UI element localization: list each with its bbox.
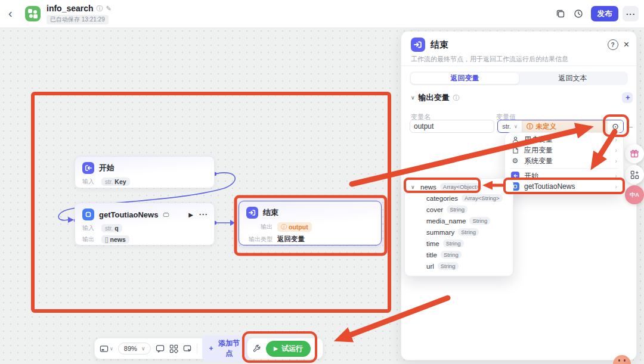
param-type: str. bbox=[105, 225, 113, 232]
add-node-label: 添加节点 bbox=[216, 338, 242, 359]
chevron-down-icon[interactable]: ∨ bbox=[411, 95, 415, 101]
help-icon[interactable]: ? bbox=[608, 39, 618, 50]
variable-name-input[interactable] bbox=[410, 120, 494, 133]
panel-title: 结束 bbox=[431, 39, 448, 51]
menu-item-start-node[interactable]: 开始 › bbox=[505, 170, 623, 181]
tree-item-title[interactable]: title String bbox=[405, 249, 513, 260]
tab-return-variable[interactable]: 返回变量 bbox=[411, 73, 519, 84]
comment-icon[interactable] bbox=[156, 344, 165, 353]
param-name: news bbox=[110, 236, 126, 243]
zoom-select[interactable]: 89% ∨ bbox=[118, 343, 151, 354]
plus-icon: + bbox=[209, 344, 213, 353]
history-clock-icon[interactable] bbox=[574, 9, 583, 18]
section-title: 输出变量 bbox=[419, 92, 450, 103]
output-label: 输出 bbox=[82, 235, 97, 244]
tree-item-cover[interactable]: cover String bbox=[405, 204, 513, 215]
gear-icon: ⚙ bbox=[511, 157, 519, 165]
start-node-icon bbox=[82, 162, 94, 174]
param-name: q bbox=[114, 225, 118, 232]
frame-select-icon[interactable] bbox=[183, 344, 192, 353]
run-toolbar: ▶ 试运行 bbox=[247, 338, 323, 359]
node-title: 开始 bbox=[99, 163, 114, 173]
menu-item-app-variable[interactable]: 应用变量 › bbox=[505, 145, 623, 155]
variable-type-tag: Array<String> bbox=[462, 194, 503, 202]
variable-type-tag: String bbox=[447, 206, 467, 213]
chevron-right-icon: › bbox=[615, 183, 617, 190]
gift-button[interactable] bbox=[625, 144, 644, 163]
start-node-icon bbox=[511, 172, 519, 180]
chevron-right-icon: › bbox=[615, 147, 617, 154]
param-badge: str. q bbox=[101, 224, 122, 232]
divider bbox=[510, 168, 618, 169]
tree-item-categories[interactable]: categories Array<String> bbox=[405, 192, 513, 204]
workflow-editor: ‹ info_search ⓘ ✎ 已自动保存 13:21:29 发布 ··· … bbox=[0, 0, 644, 364]
tree-item-news[interactable]: ∨ news Array<Object> bbox=[405, 181, 513, 192]
tree-item-url[interactable]: url String bbox=[405, 260, 513, 272]
add-node-button[interactable]: + 添加节点 bbox=[202, 335, 249, 362]
input-label: 输入 bbox=[82, 224, 97, 232]
output-type-value: 返回变量 bbox=[277, 235, 305, 244]
output-type-label: 输出类型 bbox=[246, 235, 273, 244]
menu-item-gettoutiaonews[interactable]: getToutiaoNews › bbox=[505, 181, 623, 192]
type-select[interactable]: str. ∨ bbox=[498, 120, 522, 132]
undefined-value-warning[interactable]: ⓘ 未定义 bbox=[522, 120, 608, 132]
tab-return-text[interactable]: 返回文本 bbox=[519, 73, 627, 84]
edit-icon[interactable]: ✎ bbox=[106, 5, 112, 13]
menu-item-system-variable[interactable]: ⚙ 系统变量 › bbox=[505, 155, 623, 166]
chevron-down-icon: ∨ bbox=[141, 346, 145, 351]
divider bbox=[401, 66, 636, 66]
node-start[interactable]: 开始 输入 str. Key bbox=[75, 156, 215, 188]
variable-tree-menu: ∨ news Array<Object> categories Array<St… bbox=[404, 178, 513, 276]
node-more-button[interactable]: ··· bbox=[199, 210, 208, 219]
variable-name: title bbox=[426, 251, 437, 259]
widgets-add-button[interactable] bbox=[625, 165, 644, 184]
variable-source-menu: 用户变量 › 应用变量 › ⚙ 系统变量 › 开始 › getT bbox=[504, 132, 624, 194]
translate-button[interactable]: 中A bbox=[625, 185, 644, 204]
remove-variable-button[interactable]: – bbox=[628, 122, 633, 131]
select-variable-button[interactable]: ⊙ bbox=[608, 120, 623, 132]
play-icon: ▶ bbox=[274, 346, 278, 351]
minimap-icon[interactable]: ∨ bbox=[100, 344, 113, 353]
publish-button[interactable]: 发布 bbox=[591, 6, 618, 21]
run-node-button[interactable]: ▶ bbox=[188, 211, 193, 218]
close-icon[interactable]: × bbox=[624, 39, 629, 50]
components-icon[interactable] bbox=[169, 344, 178, 353]
test-run-button[interactable]: ▶ 试运行 bbox=[266, 341, 311, 357]
more-button[interactable]: ··· bbox=[623, 6, 639, 21]
node-title: getToutiaoNews bbox=[99, 210, 158, 219]
end-node-icon bbox=[246, 207, 258, 219]
menu-item-label: 应用变量 bbox=[524, 145, 553, 155]
output-value: output bbox=[289, 223, 308, 231]
array-icon: [] bbox=[105, 237, 109, 243]
node-gettoutiaonews[interactable]: getToutiaoNews ▶ ··· 输入 str. q 输出 [] new… bbox=[75, 203, 215, 245]
canvas-toolbar: ∨ 89% ∨ + 添加节点 bbox=[94, 338, 254, 359]
divider bbox=[197, 344, 197, 353]
menu-item-user-variable[interactable]: 用户变量 › bbox=[505, 134, 623, 145]
node-end[interactable]: 结束 输出 ⓘ output 输出类型 返回变量 bbox=[239, 201, 382, 245]
variable-name: url bbox=[426, 263, 434, 270]
tree-item-summary[interactable]: summary String bbox=[405, 226, 513, 238]
variable-name: cover bbox=[426, 206, 443, 213]
variable-value-field: str. ∨ ⓘ 未定义 ⊙ bbox=[497, 120, 624, 133]
output-warning-badge: ⓘ output bbox=[277, 222, 312, 232]
end-node-icon bbox=[411, 38, 425, 52]
node-title: 结束 bbox=[263, 207, 278, 218]
info-icon[interactable]: ⓘ bbox=[97, 4, 103, 13]
tree-item-time[interactable]: time String bbox=[405, 238, 513, 249]
wrench-icon[interactable] bbox=[252, 344, 261, 353]
duplicate-icon[interactable] bbox=[556, 9, 565, 18]
menu-item-label: getToutiaoNews bbox=[524, 182, 575, 191]
tree-item-media-name[interactable]: media_name String bbox=[405, 215, 513, 226]
back-button[interactable]: ‹ bbox=[8, 7, 13, 20]
variable-name: media_name bbox=[426, 217, 466, 225]
return-mode-tabs: 返回变量 返回文本 bbox=[410, 71, 628, 85]
chevron-down-icon: ∨ bbox=[514, 124, 518, 129]
param-type: str. bbox=[105, 179, 113, 185]
variable-type-tag: Array<Object> bbox=[440, 183, 482, 191]
undefined-label: 未定义 bbox=[536, 122, 557, 131]
top-bar: ‹ info_search ⓘ ✎ 已自动保存 13:21:29 发布 ··· bbox=[0, 0, 644, 28]
info-icon: ⓘ bbox=[527, 122, 534, 131]
add-variable-button[interactable]: + bbox=[622, 92, 633, 103]
translate-icon: 中A bbox=[630, 191, 639, 199]
variable-type-tag: String bbox=[458, 228, 479, 236]
